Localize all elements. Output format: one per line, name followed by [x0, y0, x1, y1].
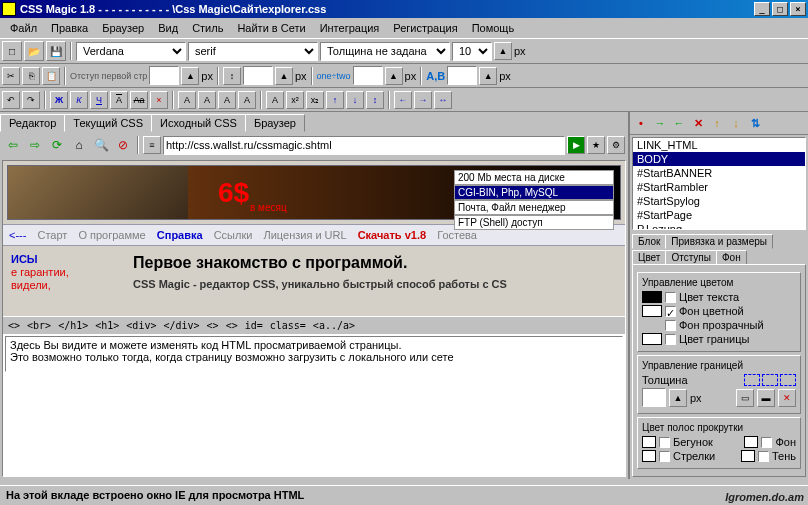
indent-step[interactable]: ▲ — [181, 67, 199, 85]
html-source-textarea[interactable]: Здесь Вы видите и можете изменять код HT… — [5, 336, 623, 372]
tag-e1[interactable]: <> — [204, 319, 222, 332]
rt-right[interactable]: → — [652, 115, 668, 131]
open-button[interactable]: 📂 — [24, 41, 44, 61]
nav-start[interactable]: Старт — [37, 229, 67, 241]
ptab-bg[interactable]: Фон — [716, 250, 747, 265]
paste-button[interactable]: 📋 — [42, 67, 60, 85]
tag-a[interactable]: <a../a> — [310, 319, 358, 332]
border-style-1[interactable]: ▭ — [736, 389, 754, 407]
arr-up[interactable]: ↑ — [326, 91, 344, 109]
border-width-input[interactable] — [642, 388, 666, 407]
new-button[interactable]: □ — [2, 41, 22, 61]
text-color-swatch[interactable] — [642, 291, 662, 303]
list-item[interactable]: #StartSpylog — [633, 194, 805, 208]
list-item-selected[interactable]: BODY — [633, 152, 805, 166]
border-all[interactable] — [744, 374, 760, 386]
height-button[interactable]: ↕ — [223, 67, 241, 85]
tab-browser[interactable]: Браузер — [245, 114, 305, 132]
tab-editor[interactable]: Редактор — [0, 114, 65, 132]
tag-br[interactable]: <br> — [24, 319, 54, 332]
border-color-swatch[interactable] — [642, 333, 662, 345]
height-step[interactable]: ▲ — [275, 67, 293, 85]
font-family-select[interactable]: Verdana — [76, 42, 186, 61]
menu-file[interactable]: Файл — [4, 20, 43, 36]
sup-button[interactable]: x² — [286, 91, 304, 109]
tag-class[interactable]: class= — [267, 319, 309, 332]
tag-divc[interactable]: </div> — [160, 319, 202, 332]
rt-dot[interactable]: • — [633, 115, 649, 131]
border-color-check[interactable] — [665, 334, 676, 345]
spacing-input[interactable] — [353, 66, 383, 85]
tag-e2[interactable]: <> — [223, 319, 241, 332]
menu-integration[interactable]: Интеграция — [314, 20, 386, 36]
arr-lr[interactable]: ↔ — [434, 91, 452, 109]
nav-refresh-button[interactable]: ⟳ — [47, 135, 67, 155]
height-input[interactable] — [243, 66, 273, 85]
doc-button[interactable]: ≡ — [143, 136, 161, 154]
arr-ud[interactable]: ↕ — [366, 91, 384, 109]
maximize-button[interactable]: □ — [772, 2, 788, 16]
font-generic-select[interactable]: serif — [188, 42, 318, 61]
case4-button[interactable]: A — [238, 91, 256, 109]
element-list[interactable]: LINK_HTML BODY #StartBANNER #StartRamble… — [632, 137, 806, 230]
runner-swatch[interactable] — [642, 436, 656, 448]
text-color-check[interactable] — [665, 292, 676, 303]
italic-button[interactable]: К — [70, 91, 88, 109]
tab-source-css[interactable]: Исходный CSS — [151, 114, 246, 132]
close-button[interactable]: × — [790, 2, 806, 16]
nav-back-button[interactable]: ⇦ — [3, 135, 23, 155]
rt-up[interactable]: ↑ — [709, 115, 725, 131]
arr-right[interactable]: → — [414, 91, 432, 109]
go-button[interactable]: ▶ — [567, 136, 585, 154]
tag-btn[interactable]: <> — [5, 319, 23, 332]
scbg-swatch[interactable] — [744, 436, 758, 448]
letter-input[interactable] — [447, 66, 477, 85]
clear-button[interactable]: × — [150, 91, 168, 109]
border-clear[interactable]: ✕ — [778, 389, 796, 407]
ptab-block[interactable]: Блок — [632, 234, 666, 249]
shadow-check[interactable] — [758, 451, 769, 462]
case2-button[interactable]: A — [198, 91, 216, 109]
url-input[interactable] — [163, 136, 565, 155]
rt-left[interactable]: ← — [671, 115, 687, 131]
nav-forward-button[interactable]: ⇨ — [25, 135, 45, 155]
redo-button[interactable]: ↷ — [22, 91, 40, 109]
tag-id[interactable]: id= — [242, 319, 266, 332]
nav-download[interactable]: Скачать v1.8 — [358, 229, 426, 241]
bg-color-swatch[interactable] — [642, 305, 662, 317]
underline-button[interactable]: Ч — [90, 91, 108, 109]
bg-color-check[interactable]: ✓ — [665, 306, 676, 317]
indent-input[interactable] — [149, 66, 179, 85]
border-lr[interactable] — [762, 374, 778, 386]
list-item[interactable]: P.Lozung — [633, 222, 805, 230]
runner-check[interactable] — [659, 437, 670, 448]
scbg-check[interactable] — [761, 437, 772, 448]
list-item[interactable]: #StartBANNER — [633, 166, 805, 180]
sub-button[interactable]: x₂ — [306, 91, 324, 109]
border-style-2[interactable]: ▬ — [757, 389, 775, 407]
gear-button[interactable]: ⚙ — [607, 136, 625, 154]
menu-view[interactable]: Вид — [152, 20, 184, 36]
menu-help[interactable]: Помощь — [466, 20, 521, 36]
cut-button[interactable]: ✂ — [2, 67, 20, 85]
menu-search[interactable]: Найти в Сети — [231, 20, 311, 36]
shadow-swatch[interactable] — [741, 450, 755, 462]
overline-button[interactable]: A — [110, 91, 128, 109]
copy-button[interactable]: ⎘ — [22, 67, 40, 85]
tab-current-css[interactable]: Текущий CSS — [64, 114, 152, 132]
nav-stop-button[interactable]: ⊘ — [113, 135, 133, 155]
tag-div[interactable]: <div> — [123, 319, 159, 332]
tag-h1o[interactable]: <h1> — [92, 319, 122, 332]
nav-links[interactable]: Ссылки — [214, 229, 253, 241]
letter-step[interactable]: ▲ — [479, 67, 497, 85]
ptab-bind[interactable]: Привязка и размеры — [665, 234, 773, 249]
bold-button[interactable]: Ж — [50, 91, 68, 109]
menu-browser[interactable]: Браузер — [96, 20, 150, 36]
tag-h1c[interactable]: </h1> — [55, 319, 91, 332]
nav-help[interactable]: Справка — [157, 229, 203, 241]
border-tb[interactable] — [780, 374, 796, 386]
trans-check[interactable] — [665, 320, 676, 331]
case1-button[interactable]: A — [178, 91, 196, 109]
list-item[interactable]: #StartPage — [633, 208, 805, 222]
strike-button[interactable]: Aa — [130, 91, 148, 109]
